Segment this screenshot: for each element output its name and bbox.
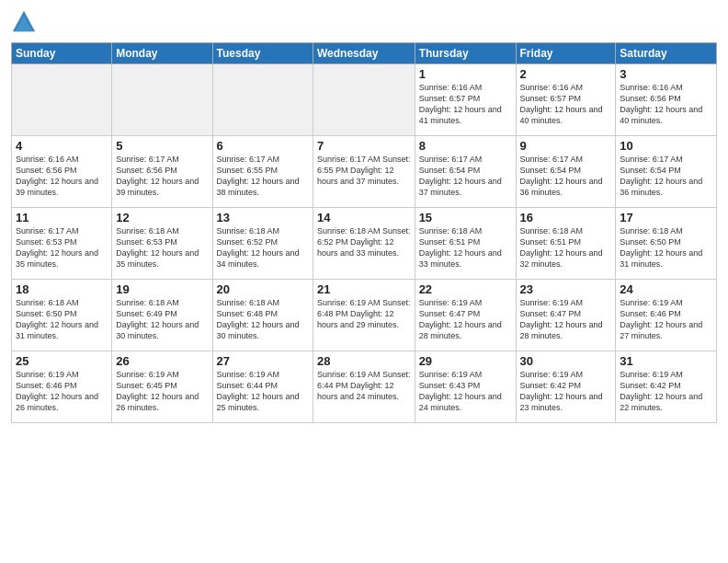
calendar-cell: 19Sunrise: 6:18 AM Sunset: 6:49 PM Dayli… <box>112 280 212 351</box>
day-number: 22 <box>419 282 512 296</box>
page-container: SundayMondayTuesdayWednesdayThursdayFrid… <box>0 0 728 563</box>
day-info: Sunrise: 6:19 AM Sunset: 6:43 PM Dayligh… <box>419 369 512 414</box>
calendar-table: SundayMondayTuesdayWednesdayThursdayFrid… <box>11 42 717 423</box>
calendar-cell: 10Sunrise: 6:17 AM Sunset: 6:54 PM Dayli… <box>616 136 717 208</box>
day-number: 20 <box>217 282 309 296</box>
calendar-cell: 30Sunrise: 6:19 AM Sunset: 6:42 PM Dayli… <box>516 351 616 423</box>
calendar-cell: 11Sunrise: 6:17 AM Sunset: 6:53 PM Dayli… <box>12 208 112 280</box>
day-number: 31 <box>620 354 712 368</box>
calendar-cell: 18Sunrise: 6:18 AM Sunset: 6:50 PM Dayli… <box>12 280 112 351</box>
calendar-cell: 21Sunrise: 6:19 AM Sunset: 6:48 PM Dayli… <box>313 280 415 351</box>
calendar-cell: 20Sunrise: 6:18 AM Sunset: 6:48 PM Dayli… <box>212 280 313 351</box>
calendar-week-3: 18Sunrise: 6:18 AM Sunset: 6:50 PM Dayli… <box>12 280 717 351</box>
day-number: 9 <box>520 139 612 153</box>
calendar-cell: 1Sunrise: 6:16 AM Sunset: 6:57 PM Daylig… <box>415 64 516 136</box>
calendar-cell: 27Sunrise: 6:19 AM Sunset: 6:44 PM Dayli… <box>212 351 313 423</box>
calendar-week-2: 11Sunrise: 6:17 AM Sunset: 6:53 PM Dayli… <box>12 208 717 280</box>
day-number: 10 <box>620 139 712 153</box>
day-number: 30 <box>520 354 612 368</box>
day-info: Sunrise: 6:19 AM Sunset: 6:42 PM Dayligh… <box>620 369 712 414</box>
calendar-week-0: 1Sunrise: 6:16 AM Sunset: 6:57 PM Daylig… <box>12 64 717 136</box>
day-info: Sunrise: 6:19 AM Sunset: 6:46 PM Dayligh… <box>16 369 108 414</box>
day-number: 18 <box>16 282 108 296</box>
day-info: Sunrise: 6:19 AM Sunset: 6:48 PM Dayligh… <box>317 297 411 330</box>
calendar-cell: 2Sunrise: 6:16 AM Sunset: 6:57 PM Daylig… <box>516 64 616 136</box>
calendar-header-monday: Monday <box>112 43 212 64</box>
calendar-cell: 25Sunrise: 6:19 AM Sunset: 6:46 PM Dayli… <box>12 351 112 423</box>
header <box>11 9 717 35</box>
calendar-cell: 14Sunrise: 6:18 AM Sunset: 6:52 PM Dayli… <box>313 208 415 280</box>
calendar-cell: 4Sunrise: 6:16 AM Sunset: 6:56 PM Daylig… <box>12 136 112 208</box>
calendar-cell: 17Sunrise: 6:18 AM Sunset: 6:50 PM Dayli… <box>616 208 717 280</box>
day-number: 17 <box>620 211 712 224</box>
day-info: Sunrise: 6:19 AM Sunset: 6:45 PM Dayligh… <box>116 369 208 414</box>
day-info: Sunrise: 6:18 AM Sunset: 6:52 PM Dayligh… <box>217 225 309 270</box>
day-info: Sunrise: 6:19 AM Sunset: 6:47 PM Dayligh… <box>520 297 612 342</box>
calendar-cell: 6Sunrise: 6:17 AM Sunset: 6:55 PM Daylig… <box>212 136 313 208</box>
calendar-cell: 29Sunrise: 6:19 AM Sunset: 6:43 PM Dayli… <box>415 351 516 423</box>
day-info: Sunrise: 6:19 AM Sunset: 6:46 PM Dayligh… <box>620 297 712 342</box>
day-info: Sunrise: 6:16 AM Sunset: 6:56 PM Dayligh… <box>620 82 712 127</box>
calendar-cell: 3Sunrise: 6:16 AM Sunset: 6:56 PM Daylig… <box>616 64 717 136</box>
logo-icon <box>11 9 37 35</box>
day-number: 8 <box>419 139 512 153</box>
calendar-header-thursday: Thursday <box>415 43 516 64</box>
calendar-header-wednesday: Wednesday <box>313 43 415 64</box>
day-number: 2 <box>520 67 612 81</box>
day-info: Sunrise: 6:18 AM Sunset: 6:50 PM Dayligh… <box>620 225 712 270</box>
day-number: 24 <box>620 282 712 296</box>
day-info: Sunrise: 6:17 AM Sunset: 6:54 PM Dayligh… <box>419 154 512 199</box>
day-number: 14 <box>317 211 411 224</box>
day-info: Sunrise: 6:17 AM Sunset: 6:55 PM Dayligh… <box>217 154 309 199</box>
calendar-cell: 9Sunrise: 6:17 AM Sunset: 6:54 PM Daylig… <box>516 136 616 208</box>
day-info: Sunrise: 6:17 AM Sunset: 6:55 PM Dayligh… <box>317 154 411 187</box>
day-info: Sunrise: 6:16 AM Sunset: 6:57 PM Dayligh… <box>419 82 512 127</box>
day-info: Sunrise: 6:19 AM Sunset: 6:47 PM Dayligh… <box>419 297 512 342</box>
day-number: 27 <box>217 354 309 368</box>
calendar-cell: 8Sunrise: 6:17 AM Sunset: 6:54 PM Daylig… <box>415 136 516 208</box>
calendar-cell: 26Sunrise: 6:19 AM Sunset: 6:45 PM Dayli… <box>112 351 212 423</box>
day-info: Sunrise: 6:18 AM Sunset: 6:49 PM Dayligh… <box>116 297 208 342</box>
day-number: 21 <box>317 282 411 296</box>
calendar-header-tuesday: Tuesday <box>212 43 313 64</box>
day-number: 7 <box>317 139 411 153</box>
day-number: 23 <box>520 282 612 296</box>
logo <box>11 9 40 35</box>
day-info: Sunrise: 6:17 AM Sunset: 6:54 PM Dayligh… <box>520 154 612 199</box>
day-info: Sunrise: 6:18 AM Sunset: 6:51 PM Dayligh… <box>520 225 612 270</box>
calendar-week-1: 4Sunrise: 6:16 AM Sunset: 6:56 PM Daylig… <box>12 136 717 208</box>
day-info: Sunrise: 6:17 AM Sunset: 6:56 PM Dayligh… <box>116 154 208 199</box>
calendar-cell: 23Sunrise: 6:19 AM Sunset: 6:47 PM Dayli… <box>516 280 616 351</box>
calendar-cell: 31Sunrise: 6:19 AM Sunset: 6:42 PM Dayli… <box>616 351 717 423</box>
day-number: 26 <box>116 354 208 368</box>
day-info: Sunrise: 6:18 AM Sunset: 6:52 PM Dayligh… <box>317 225 411 259</box>
calendar-week-4: 25Sunrise: 6:19 AM Sunset: 6:46 PM Dayli… <box>12 351 717 423</box>
day-number: 6 <box>217 139 309 153</box>
calendar-cell: 24Sunrise: 6:19 AM Sunset: 6:46 PM Dayli… <box>616 280 717 351</box>
day-info: Sunrise: 6:16 AM Sunset: 6:56 PM Dayligh… <box>16 154 108 199</box>
day-info: Sunrise: 6:18 AM Sunset: 6:50 PM Dayligh… <box>16 297 108 342</box>
calendar-cell: 5Sunrise: 6:17 AM Sunset: 6:56 PM Daylig… <box>112 136 212 208</box>
day-info: Sunrise: 6:19 AM Sunset: 6:42 PM Dayligh… <box>520 369 612 414</box>
day-number: 19 <box>116 282 208 296</box>
calendar-cell <box>12 64 112 136</box>
calendar-header-saturday: Saturday <box>616 43 717 64</box>
day-info: Sunrise: 6:16 AM Sunset: 6:57 PM Dayligh… <box>520 82 612 127</box>
day-info: Sunrise: 6:18 AM Sunset: 6:48 PM Dayligh… <box>217 297 309 342</box>
calendar-cell <box>112 64 212 136</box>
calendar-cell: 28Sunrise: 6:19 AM Sunset: 6:44 PM Dayli… <box>313 351 415 423</box>
day-info: Sunrise: 6:17 AM Sunset: 6:54 PM Dayligh… <box>620 154 712 199</box>
day-number: 11 <box>16 211 108 224</box>
calendar-header-sunday: Sunday <box>12 43 112 64</box>
day-number: 16 <box>520 211 612 224</box>
day-number: 25 <box>16 354 108 368</box>
calendar-header-friday: Friday <box>516 43 616 64</box>
calendar-cell: 16Sunrise: 6:18 AM Sunset: 6:51 PM Dayli… <box>516 208 616 280</box>
day-number: 3 <box>620 67 712 81</box>
day-number: 1 <box>419 67 512 81</box>
day-number: 28 <box>317 354 411 368</box>
day-number: 15 <box>419 211 512 224</box>
calendar-header-row: SundayMondayTuesdayWednesdayThursdayFrid… <box>12 43 717 64</box>
day-number: 13 <box>217 211 309 224</box>
day-info: Sunrise: 6:19 AM Sunset: 6:44 PM Dayligh… <box>217 369 309 414</box>
